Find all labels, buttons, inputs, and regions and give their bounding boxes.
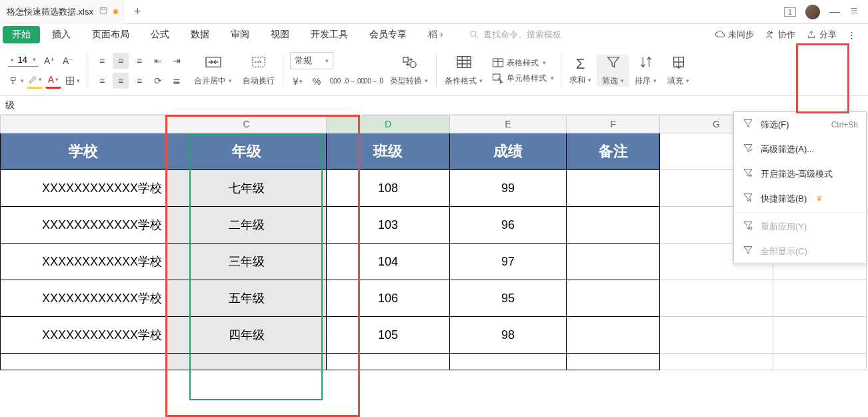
cell-school[interactable]: XXXXXXXXXXXX学校 (0, 280, 167, 317)
currency-button[interactable]: ¥▾ (290, 73, 306, 89)
cell-note[interactable] (567, 207, 660, 244)
cell-style-button[interactable]: 单元格样式▾ (492, 73, 554, 84)
merge-center-button[interactable]: 合并居中▾ (189, 55, 237, 87)
filter-button[interactable]: 筛选▾ (597, 55, 629, 87)
cell-grade[interactable]: 四年级 (167, 317, 327, 354)
number-format-select[interactable]: 常规▾ (290, 52, 333, 69)
sync-button[interactable]: 未同步 (715, 29, 754, 41)
sum-button[interactable]: Σ 求和▾ (564, 55, 597, 86)
dropdown-adv-filter[interactable]: 高级筛选(A)... (734, 137, 866, 161)
align-top-button[interactable]: ≡ (94, 53, 110, 69)
decrease-indent-button[interactable]: ⇤ (150, 53, 166, 69)
increase-font-button[interactable]: A⁺ (41, 53, 57, 69)
dropdown-enable-adv[interactable]: 开启筛选-高级模式 (734, 161, 866, 186)
col-header-e[interactable]: E (450, 115, 567, 133)
cell-class[interactable]: 105 (327, 317, 450, 354)
col-header-f[interactable]: F (567, 115, 660, 133)
align-center-button[interactable]: ≡ (113, 73, 129, 89)
window-number[interactable]: 1 (784, 7, 796, 17)
fill-button[interactable]: 填充▾ (662, 55, 695, 87)
cell-note[interactable] (567, 170, 660, 207)
share-button[interactable]: 分享 (806, 29, 837, 41)
cell-school[interactable]: XXXXXXXXXXXX学校 (0, 317, 167, 354)
menu-member[interactable]: 会员专享 (360, 26, 416, 43)
menu-start[interactable]: 开始 (3, 26, 40, 43)
more-menu[interactable]: ⋮ (847, 30, 856, 40)
font-color-button[interactable]: A▾ (45, 73, 61, 89)
menu-dev[interactable]: 开发工具 (301, 26, 357, 43)
cell-score[interactable]: 99 (450, 170, 567, 207)
decrease-font-button[interactable]: A⁻ (60, 53, 76, 69)
percent-button[interactable]: % (309, 73, 325, 89)
menu-review[interactable]: 审阅 (221, 26, 259, 43)
cell-score[interactable]: 96 (450, 207, 567, 244)
cell-note[interactable] (567, 317, 660, 354)
cell-grade[interactable]: 三年级 (167, 244, 327, 280)
increase-decimal-button[interactable]: .0→.00 (346, 73, 362, 89)
cell-class[interactable]: 104 (327, 244, 450, 280)
cell-class[interactable]: 103 (327, 207, 450, 244)
sort-button[interactable]: 排序▾ (629, 55, 662, 87)
dropdown-filter[interactable]: 筛选(F) Ctrl+Sh (734, 112, 866, 137)
align-middle-button[interactable]: ≡ (113, 53, 129, 69)
cell-class[interactable]: 108 (327, 170, 450, 207)
cell-empty[interactable] (773, 280, 867, 317)
format-painter-button[interactable]: ▾ (8, 73, 24, 89)
type-convert-button[interactable]: 类型转换▾ (385, 55, 433, 87)
cell-note[interactable] (567, 280, 660, 317)
cell-empty[interactable] (0, 354, 167, 370)
cell-grade[interactable]: 七年级 (167, 170, 327, 207)
more-button[interactable] (849, 6, 859, 18)
cell-grade[interactable]: 五年级 (167, 280, 327, 317)
cell-school[interactable]: XXXXXXXXXXXX学校 (0, 207, 167, 244)
cond-format-button[interactable]: 条件格式▾ (439, 55, 488, 87)
cell-empty[interactable] (567, 354, 660, 370)
cell-empty[interactable] (167, 354, 327, 370)
cell-grade[interactable]: 二年级 (167, 207, 327, 244)
collab-button[interactable]: 协作 (765, 29, 795, 41)
avatar[interactable] (805, 5, 820, 19)
header-grade[interactable]: 年级 (167, 133, 327, 170)
align-right-button[interactable]: ≡ (131, 73, 147, 89)
align-left-button[interactable]: ≡ (94, 73, 110, 89)
menu-more[interactable]: 稻 › (419, 26, 453, 43)
new-tab-button[interactable]: + (134, 5, 141, 19)
header-score[interactable]: 成绩 (450, 133, 567, 170)
document-tab[interactable]: 格怎快速筛选数据.xlsx (0, 0, 125, 24)
orientation-button[interactable]: ⟳ (150, 73, 166, 89)
dropdown-quick-filter[interactable]: 快捷筛选(B) ♛ (734, 186, 866, 211)
cell-empty[interactable] (773, 317, 867, 354)
border-button[interactable]: ▾ (64, 73, 80, 89)
cell-school[interactable]: XXXXXXXXXXXX学校 (0, 244, 167, 280)
distribute-button[interactable]: ≣ (169, 73, 185, 89)
header-school[interactable]: 学校 (0, 133, 167, 170)
col-header-d[interactable]: D (327, 115, 450, 133)
col-header-left[interactable] (0, 115, 167, 133)
col-header-c[interactable]: C (167, 115, 327, 133)
cell-empty[interactable] (660, 280, 773, 317)
menu-layout[interactable]: 页面布局 (83, 26, 139, 43)
autowrap-button[interactable]: 自动换行 (237, 55, 280, 87)
minimize-button[interactable]: — (829, 6, 840, 18)
cell-score[interactable]: 98 (450, 317, 567, 354)
increase-indent-button[interactable]: ⇥ (169, 53, 185, 69)
cell-empty[interactable] (327, 354, 450, 370)
align-bottom-button[interactable]: ≡ (131, 53, 147, 69)
menu-data[interactable]: 数据 (181, 26, 219, 43)
cell-note[interactable] (567, 244, 660, 280)
cell-school[interactable]: XXXXXXXXXXXX学校 (0, 170, 167, 207)
save-icon[interactable] (99, 6, 108, 17)
search-box[interactable]: 查找命令、搜索模板 (469, 29, 561, 41)
highlight-button[interactable]: ▾ (27, 73, 43, 89)
cell-class[interactable]: 106 (327, 280, 450, 317)
cell-empty[interactable] (660, 317, 773, 354)
menu-formula[interactable]: 公式 (141, 26, 179, 43)
menu-insert[interactable]: 插入 (43, 26, 80, 43)
thousands-button[interactable]: 000 (327, 73, 343, 89)
cell-empty[interactable] (660, 354, 773, 370)
decrease-decimal-button[interactable]: .00→.0 (365, 73, 381, 89)
cell-score[interactable]: 95 (450, 280, 567, 317)
header-class[interactable]: 班级 (327, 133, 450, 170)
header-note[interactable]: 备注 (567, 133, 660, 170)
cell-empty[interactable] (773, 354, 867, 370)
